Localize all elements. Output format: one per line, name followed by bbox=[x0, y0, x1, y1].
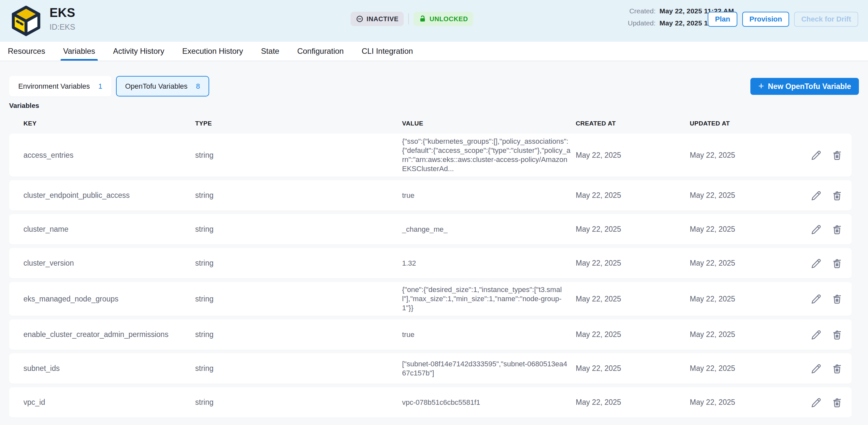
variable-key: subnet_ids bbox=[9, 364, 195, 373]
variable-key: cluster_version bbox=[9, 259, 195, 268]
variable-value: vpc-078b51c6cbc5581f1 bbox=[402, 398, 576, 407]
created-label: Created: bbox=[623, 7, 656, 15]
variable-created-at: May 22, 2025 bbox=[576, 225, 690, 234]
environment-variables-toggle[interactable]: Environment Variables 1 bbox=[9, 76, 112, 96]
edit-variable-button[interactable] bbox=[811, 397, 822, 408]
new-opentofu-variable-button[interactable]: + New OpenTofu Variable bbox=[750, 78, 859, 95]
table-row: cluster_version string 1.32 May 22, 2025… bbox=[9, 248, 852, 278]
tab-state[interactable]: State bbox=[261, 42, 279, 61]
pencil-icon bbox=[811, 190, 822, 201]
workspace-id: ID:EKS bbox=[50, 23, 75, 32]
pencil-icon bbox=[811, 329, 822, 340]
section-title: Variables bbox=[9, 102, 859, 110]
tab-cli-integration[interactable]: CLI Integration bbox=[362, 42, 413, 61]
variable-value: true bbox=[402, 191, 576, 200]
pencil-icon bbox=[811, 293, 822, 304]
variable-created-at: May 22, 2025 bbox=[576, 398, 690, 407]
trash-icon bbox=[832, 293, 843, 304]
variable-updated-at: May 22, 2025 bbox=[690, 151, 797, 160]
workspace-tabs: Resources Variables Activity History Exe… bbox=[0, 42, 868, 61]
variable-type: string bbox=[195, 151, 402, 160]
variable-key: cluster_name bbox=[9, 225, 195, 234]
variable-value: {"sso":{"kubernetes_groups":[],"policy_a… bbox=[402, 137, 576, 173]
plus-icon: + bbox=[758, 81, 764, 91]
column-header-type: TYPE bbox=[195, 120, 402, 127]
variable-type: string bbox=[195, 330, 402, 339]
variable-created-at: May 22, 2025 bbox=[576, 330, 690, 339]
table-row: cluster_endpoint_public_access string tr… bbox=[9, 180, 852, 211]
delete-variable-button[interactable] bbox=[832, 293, 843, 304]
toggle-label: Environment Variables bbox=[18, 82, 90, 91]
delete-variable-button[interactable] bbox=[832, 258, 843, 269]
variable-value: ["subnet-08f14e7142d333595","subnet-0680… bbox=[402, 360, 576, 378]
edit-variable-button[interactable] bbox=[811, 293, 822, 304]
edit-variable-button[interactable] bbox=[811, 329, 822, 340]
toggle-label: OpenTofu Variables bbox=[125, 82, 188, 91]
cube-logo bbox=[10, 5, 42, 37]
variable-type: string bbox=[195, 295, 402, 303]
tab-variables[interactable]: Variables bbox=[63, 42, 95, 61]
variable-type-toggles: Environment Variables 1 OpenTofu Variabl… bbox=[9, 76, 859, 96]
variable-created-at: May 22, 2025 bbox=[576, 259, 690, 268]
delete-variable-button[interactable] bbox=[832, 397, 843, 408]
unlock-icon bbox=[419, 15, 427, 23]
tab-activity-history[interactable]: Activity History bbox=[113, 42, 164, 61]
variable-type: string bbox=[195, 191, 402, 200]
provision-button[interactable]: Provision bbox=[742, 12, 789, 27]
variable-type: string bbox=[195, 225, 402, 234]
variable-key: vpc_id bbox=[9, 398, 195, 407]
edit-variable-button[interactable] bbox=[811, 150, 822, 161]
delete-variable-button[interactable] bbox=[832, 224, 843, 235]
delete-variable-button[interactable] bbox=[832, 363, 843, 374]
variable-value: 1.32 bbox=[402, 259, 576, 268]
toggle-count: 8 bbox=[196, 82, 200, 91]
variable-updated-at: May 22, 2025 bbox=[690, 225, 797, 234]
variable-key: eks_managed_node_groups bbox=[9, 295, 195, 303]
tab-execution-history[interactable]: Execution History bbox=[182, 42, 243, 61]
table-row: subnet_ids string ["subnet-08f14e7142d33… bbox=[9, 353, 852, 384]
badge-divider bbox=[408, 13, 409, 25]
edit-variable-button[interactable] bbox=[811, 258, 822, 269]
variable-created-at: May 22, 2025 bbox=[576, 295, 690, 303]
table-header: KEY TYPE VALUE CREATED AT UPDATED AT bbox=[9, 111, 852, 133]
variable-updated-at: May 22, 2025 bbox=[690, 398, 797, 407]
edit-variable-button[interactable] bbox=[811, 363, 822, 374]
variable-updated-at: May 22, 2025 bbox=[690, 259, 797, 268]
pencil-icon bbox=[811, 224, 822, 235]
status-badges: INACTIVE UNLOCKED bbox=[350, 12, 473, 26]
edit-variable-button[interactable] bbox=[811, 190, 822, 201]
table-row: eks_managed_node_groups string {"one":{"… bbox=[9, 282, 852, 316]
trash-icon bbox=[832, 363, 843, 374]
page-title: EKS bbox=[50, 6, 75, 20]
variable-created-at: May 22, 2025 bbox=[576, 191, 690, 200]
column-header-actions bbox=[797, 120, 852, 127]
check-for-drift-button[interactable]: Check for Drift bbox=[794, 12, 858, 27]
pencil-icon bbox=[811, 397, 822, 408]
tab-resources[interactable]: Resources bbox=[8, 42, 45, 61]
variable-key: cluster_endpoint_public_access bbox=[9, 191, 195, 200]
variable-type: string bbox=[195, 259, 402, 268]
edit-variable-button[interactable] bbox=[811, 224, 822, 235]
variable-created-at: May 22, 2025 bbox=[576, 151, 690, 160]
trash-icon bbox=[832, 224, 843, 235]
tab-configuration[interactable]: Configuration bbox=[297, 42, 344, 61]
delete-variable-button[interactable] bbox=[832, 329, 843, 340]
status-badge-unlocked: UNLOCKED bbox=[413, 12, 473, 26]
variable-created-at: May 22, 2025 bbox=[576, 364, 690, 373]
variable-type: string bbox=[195, 364, 402, 373]
plan-button[interactable]: Plan bbox=[708, 12, 737, 27]
status-badge-label: UNLOCKED bbox=[429, 15, 468, 23]
trash-icon bbox=[832, 258, 843, 269]
status-badge-label: INACTIVE bbox=[367, 15, 399, 23]
delete-variable-button[interactable] bbox=[832, 190, 843, 201]
toggle-count: 1 bbox=[98, 82, 102, 91]
variable-value: true bbox=[402, 330, 576, 339]
column-header-updated-at: UPDATED AT bbox=[690, 120, 797, 127]
delete-variable-button[interactable] bbox=[832, 150, 843, 161]
variable-type: string bbox=[195, 398, 402, 407]
variable-key: enable_cluster_creator_admin_permissions bbox=[9, 330, 195, 339]
opentofu-variables-toggle[interactable]: OpenTofu Variables 8 bbox=[116, 76, 209, 96]
circle-minus-icon bbox=[356, 15, 364, 23]
trash-icon bbox=[832, 329, 843, 340]
header-actions: Plan Provision Check for Drift bbox=[708, 12, 858, 27]
